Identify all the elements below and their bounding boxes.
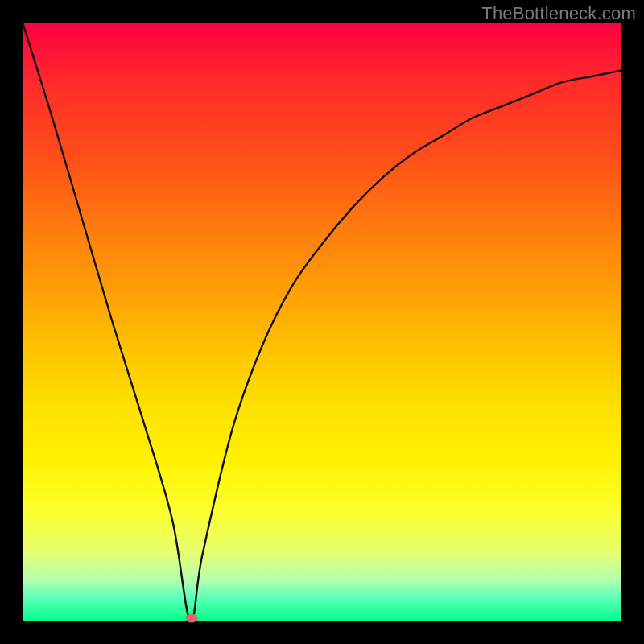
optimum-marker <box>185 613 197 622</box>
curve-svg <box>23 23 621 621</box>
watermark-text: TheBottleneck.com <box>481 3 636 24</box>
curve-line <box>23 23 621 621</box>
chart-frame: TheBottleneck.com <box>0 0 644 644</box>
plot-area <box>23 23 621 621</box>
